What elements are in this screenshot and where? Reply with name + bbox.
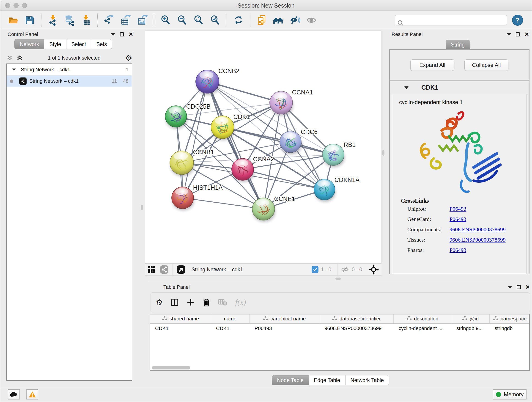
tab-select[interactable]: Select	[66, 39, 91, 49]
close-panel-icon[interactable]: ✕	[525, 32, 529, 37]
search-input[interactable]	[395, 15, 507, 26]
import-network-database-button[interactable]	[63, 14, 76, 27]
crosslink-label: Uniprot:	[401, 206, 450, 212]
table-row[interactable]: CDK1CDK1P064939606.ENSP00000378699cyclin…	[150, 324, 529, 333]
help-button[interactable]: ?	[512, 15, 523, 26]
collection-expand-icon[interactable]	[12, 69, 16, 71]
selected-checkbox-icon[interactable]	[312, 266, 318, 273]
tab-network[interactable]: Network	[14, 39, 44, 49]
show-all-button[interactable]	[305, 14, 318, 27]
column-header-description[interactable]: description	[394, 314, 451, 323]
network-node-HIST1H1A[interactable]: HIST1H1A	[172, 184, 223, 211]
float-panel-icon[interactable]	[517, 285, 521, 289]
column-header-canonical-name[interactable]: canonical name	[249, 314, 319, 323]
tab-edge-table[interactable]: Edge Table	[309, 375, 346, 385]
column-header-name[interactable]: name	[211, 314, 249, 323]
crosslink-link[interactable]: P06493	[450, 247, 466, 253]
zoom-in-icon	[160, 15, 171, 26]
hide-selection-button[interactable]	[288, 14, 301, 27]
birds-eye-view-icon[interactable]	[369, 264, 379, 274]
expand-all-button[interactable]: Expand All	[410, 59, 454, 71]
grid-view-icon[interactable]	[148, 265, 156, 274]
warning-status-button[interactable]	[26, 389, 38, 400]
network-canvas[interactable]: CCNB2CCNA1CDC25BCDK1CDC6RB1CCNB1CCNA2CDK…	[145, 31, 381, 263]
export-image-button[interactable]	[136, 14, 149, 27]
float-panel-icon[interactable]	[516, 32, 520, 36]
network-node-CDC25B[interactable]: CDC25B	[165, 103, 210, 129]
column-header-shared-name[interactable]: shared name	[150, 314, 211, 323]
tab-network-table[interactable]: Network Table	[346, 375, 389, 385]
apply-layout-button[interactable]	[232, 14, 245, 27]
tab-sets[interactable]: Sets	[91, 39, 112, 49]
crosslink-link[interactable]: P06493	[450, 216, 466, 222]
network-row[interactable]: String Network – cdk1 11 48	[7, 75, 132, 87]
import-table-file-button[interactable]	[80, 14, 92, 27]
right-splitter-handle[interactable]	[382, 150, 385, 156]
collapse-all-button[interactable]: Collapse All	[464, 59, 508, 71]
network-node-CDKN1A[interactable]: CDKN1A	[314, 177, 360, 202]
save-session-button[interactable]	[23, 14, 36, 27]
new-network-from-selection-button[interactable]	[255, 14, 268, 27]
network-node-CDK1[interactable]: CDK1	[211, 114, 250, 140]
fit-content-button[interactable]	[192, 14, 205, 27]
collapse-all-icon[interactable]	[6, 55, 13, 61]
network-options-gear-icon[interactable]: ⚙	[125, 54, 132, 62]
detach-view-icon[interactable]	[177, 265, 186, 274]
network-node-CCNA2[interactable]: CCNA2	[232, 156, 274, 182]
network-node-CDC6[interactable]: CDC6	[280, 128, 317, 154]
crosslink-link[interactable]: P06493	[450, 206, 466, 212]
open-session-button[interactable]	[7, 14, 19, 27]
crosslinks-section: CrossLinks Uniprot:P06493GeneCard:P06493…	[392, 197, 526, 257]
column-header-namespace[interactable]: namespace	[490, 314, 530, 323]
bottom-splitter-handle[interactable]	[336, 278, 341, 280]
export-table-button[interactable]	[119, 14, 132, 27]
left-splitter-handle[interactable]	[141, 205, 143, 210]
network-node-RB1[interactable]: RB1	[323, 141, 355, 167]
expand-all-icon[interactable]	[16, 55, 23, 61]
cloud-status-button[interactable]	[8, 389, 20, 400]
horizontal-scrollbar-thumb[interactable]	[152, 366, 190, 370]
zoom-selected-button[interactable]	[209, 14, 222, 27]
first-neighbors-button[interactable]	[272, 14, 285, 27]
add-column-icon[interactable]	[186, 298, 195, 306]
close-panel-icon[interactable]: ✕	[525, 284, 530, 290]
table-options-gear-icon[interactable]: ⚙	[156, 298, 163, 306]
eye-icon	[306, 15, 317, 26]
table-cell: CDK1	[211, 325, 249, 332]
column-header--id[interactable]: @id	[451, 314, 490, 323]
zoom-fit-icon	[193, 15, 204, 26]
import-network-file-button[interactable]	[46, 14, 59, 27]
crosslink-link[interactable]: 9606.ENSP00000378699	[450, 226, 506, 233]
network-collection-row[interactable]: String Network – cdk1 1	[7, 64, 132, 75]
export-network-icon	[104, 15, 115, 26]
show-columns-icon[interactable]	[171, 298, 179, 306]
tab-style[interactable]: Style	[44, 39, 66, 49]
network-node-CCNE1[interactable]: CCNE1	[252, 196, 295, 222]
close-panel-icon[interactable]: ✕	[128, 32, 133, 37]
tab-string[interactable]: String	[446, 40, 470, 50]
network-node-CCNA1[interactable]: CCNA1	[270, 89, 313, 116]
network-view-title: String Network – cdk1	[191, 267, 243, 273]
export-network-button[interactable]	[103, 14, 116, 27]
toolbar-separator	[41, 13, 41, 27]
network-edge-HIST1H1A-CCNE1[interactable]	[183, 198, 264, 209]
node-label-CCNB1: CCNB1	[193, 149, 214, 156]
delete-column-icon[interactable]	[203, 298, 210, 306]
zoom-in-button[interactable]	[159, 14, 172, 27]
panel-menu-icon[interactable]	[507, 33, 511, 36]
network-view-icon[interactable]	[160, 265, 169, 274]
node-result-header[interactable]: CDK1	[390, 81, 529, 94]
tab-node-table[interactable]: Node Table	[272, 375, 309, 385]
column-header-database-identifier[interactable]: database identifier	[319, 314, 394, 323]
network-edge-CCNB2-HIST1H1A[interactable]	[183, 82, 207, 198]
crosslink-row: Pharos:P06493	[401, 247, 526, 257]
copy-network-icon	[256, 15, 267, 26]
zoom-out-button[interactable]	[176, 14, 189, 27]
memory-button[interactable]: Memory	[493, 389, 526, 400]
memory-status-icon	[496, 392, 501, 397]
float-panel-icon[interactable]	[120, 32, 124, 36]
collapse-node-result-icon[interactable]	[404, 86, 409, 89]
panel-menu-icon[interactable]	[111, 33, 115, 36]
crosslink-link[interactable]: 9606.ENSP00000378699	[450, 237, 506, 243]
panel-menu-icon[interactable]	[508, 286, 512, 288]
